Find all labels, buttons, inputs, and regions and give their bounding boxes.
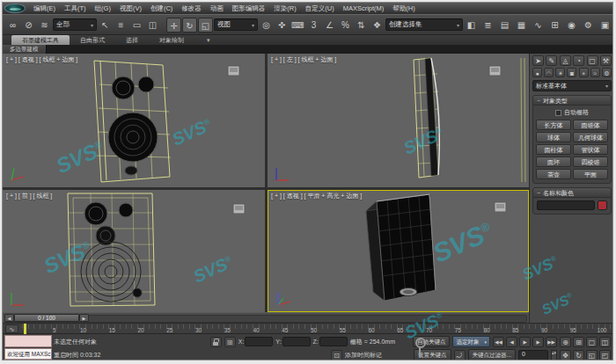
hierarchy-tab-icon[interactable]: ◬ (560, 55, 571, 66)
material-editor-icon[interactable]: ◉ (564, 18, 579, 33)
graphite-ribbon-toggle-icon[interactable]: ▦ (514, 18, 529, 33)
zoom-button[interactable]: ⊕ (560, 337, 571, 347)
zoom-extents-button[interactable]: ▢ (586, 337, 598, 347)
helpers-category-icon[interactable]: ⌖ (579, 68, 589, 77)
curve-editor-icon[interactable]: ∿ (531, 18, 546, 33)
name-color-rollout-header[interactable]: 名称和颜色 (533, 188, 611, 198)
select-and-link-icon[interactable]: ∞ (5, 18, 20, 33)
mini-listener-output-line[interactable]: 欢迎使用 MAXSc (4, 348, 52, 360)
menu-item-5[interactable]: 修改器 (177, 3, 206, 14)
snap-toggle-3d-icon[interactable]: 3 (306, 18, 321, 33)
edit-named-selection-sets-icon[interactable]: ❖ (370, 18, 385, 33)
previous-frame-button[interactable]: ◀ (506, 337, 517, 347)
ribbon-tab-selection[interactable]: 选择 (115, 35, 149, 45)
time-slider-next-arrow[interactable]: ▶ (79, 314, 89, 322)
select-object-icon[interactable]: ↖ (98, 18, 113, 33)
object-type-rollout-header[interactable]: 对象类型 (533, 96, 611, 106)
schematic-view-icon[interactable]: ⊞ (547, 18, 562, 33)
spinner-snap-icon[interactable]: ⇅ (354, 18, 369, 33)
geometry-category-dropdown[interactable]: 标准基本体 ▾ (532, 80, 612, 91)
menu-item-3[interactable]: 视图(V) (115, 3, 146, 14)
object-type-button-8[interactable]: 茶壶 (536, 169, 571, 179)
ribbon-tab-freeform[interactable]: 自由形式 (70, 35, 115, 45)
utilities-tab-icon[interactable]: ⚒ (600, 55, 612, 66)
pan-view-button[interactable]: ✥ (560, 350, 571, 360)
time-slider-handle[interactable]: 0 / 100 (14, 314, 79, 322)
unlink-selection-icon[interactable]: ⊘ (21, 18, 36, 33)
go-to-start-button[interactable]: ◀◀ (493, 337, 504, 347)
ribbon-tab-object-paint[interactable]: 对象绘制 (149, 35, 194, 45)
keyboard-shortcut-override-icon[interactable]: ⌨ (290, 18, 305, 33)
viewport-bottom-left[interactable]: [ + ] [ 前 ] [ 线框 ] (3, 190, 265, 312)
absolute-mode-icon[interactable]: ⊞ (224, 337, 236, 347)
viewport-bottom-right-active[interactable]: [ + ] [ 透视 ] [ 平滑 + 高光 + 边面 ] (268, 190, 529, 312)
percent-snap-icon[interactable]: % (338, 18, 353, 33)
maxscript-mini-listener[interactable]: 欢迎使用 MAXSc (4, 335, 52, 360)
use-pivot-point-center-icon[interactable]: ◎ (259, 18, 274, 33)
key-mode-dropdown[interactable]: 选定对象 ▾ (452, 336, 490, 347)
mini-curve-editor-button[interactable]: ∿ (5, 324, 18, 333)
polygon-modeling-panel-tab[interactable]: 多边形建模 (3, 45, 47, 54)
cameras-category-icon[interactable]: ◙ (567, 68, 576, 77)
lights-category-icon[interactable]: ☀ (555, 68, 565, 77)
shapes-category-icon[interactable]: ◠ (544, 68, 554, 77)
new-key-mode-icon[interactable]: ⤾ (454, 350, 466, 360)
ribbon-tab-graphite-modeling[interactable]: 石墨建模工具 (11, 35, 70, 45)
maximize-viewport-toggle-button[interactable]: ◰ (599, 350, 611, 360)
ribbon-minimize-icon[interactable]: ▾ (207, 35, 210, 45)
reference-coordinate-dropdown[interactable]: 视图 ▾ (214, 18, 258, 31)
window-crossing-icon[interactable]: ◫ (145, 18, 160, 33)
motion-tab-icon[interactable]: ◔ (573, 55, 584, 66)
object-type-button-0[interactable]: 长方体 (536, 120, 571, 130)
key-filters-button[interactable]: 关键点过滤器... (468, 349, 516, 360)
track-bar[interactable]: ∿ 51015202530354045505560657075808590951… (3, 323, 612, 334)
menu-item-7[interactable]: 图形编辑器 (228, 3, 270, 14)
menu-item-2[interactable]: 组(G) (91, 3, 115, 14)
set-key-toggle-icon[interactable] (413, 335, 426, 360)
zoom-region-button[interactable]: ◱ (586, 350, 598, 360)
render-setup-icon[interactable]: ⚙ (581, 18, 596, 33)
play-button[interactable]: ▶ (519, 337, 531, 347)
autogrid-checkbox[interactable] (555, 110, 561, 116)
create-tab-icon[interactable]: ➤ (532, 55, 544, 66)
bind-to-space-warp-icon[interactable]: ≋ (37, 18, 52, 33)
menu-item-0[interactable]: 编辑(E) (29, 3, 60, 14)
viewport-label[interactable]: [ + ] [ 左 ] [ 线框 + 边面 ] (271, 55, 336, 64)
x-coordinate-field[interactable] (245, 337, 273, 346)
geometry-category-icon[interactable]: ● (532, 68, 542, 77)
zoom-all-button[interactable]: ⊞ (573, 337, 584, 347)
object-name-input[interactable] (537, 200, 595, 210)
menu-item-8[interactable]: 渲染(R) (269, 3, 300, 14)
frame-spinner[interactable]: ▴▾ (551, 350, 557, 360)
selection-lock-icon[interactable] (210, 337, 222, 347)
object-type-button-4[interactable]: 圆柱体 (536, 144, 571, 155)
menu-item-4[interactable]: 创建(C) (146, 3, 177, 14)
zoom-extents-all-button[interactable]: ◫ (599, 337, 611, 347)
add-time-tag-label[interactable]: 添加时间标记 (345, 351, 382, 360)
object-type-button-3[interactable]: 几何球体 (573, 132, 608, 142)
select-and-manipulate-icon[interactable]: ✜ (275, 18, 290, 33)
viewport-label[interactable]: [ + ] [ 透视 ] [ 平滑 + 高光 + 边面 ] (271, 192, 362, 200)
object-type-button-9[interactable]: 平面 (573, 169, 608, 179)
menu-item-6[interactable]: 动画 (206, 3, 228, 14)
add-time-tag-icon[interactable]: ⊡ (331, 350, 342, 360)
align-icon[interactable]: ≣ (480, 18, 495, 33)
menu-item-1[interactable]: 工具(T) (60, 3, 91, 14)
menu-item-10[interactable]: MAXScript(M) (339, 3, 389, 14)
mini-listener-macro-line[interactable] (4, 335, 52, 347)
viewport-label[interactable]: [ + ] [ 前 ] [ 线框 ] (6, 192, 52, 200)
z-coordinate-field[interactable] (319, 337, 348, 346)
select-by-name-icon[interactable]: ≡ (114, 18, 128, 33)
angle-snap-icon[interactable]: ∠ (322, 18, 337, 33)
select-and-scale-icon[interactable]: ◱ (198, 18, 213, 33)
layer-manager-icon[interactable]: ▤ (497, 18, 512, 33)
menu-item-9[interactable]: 自定义(U) (301, 3, 339, 14)
object-type-button-7[interactable]: 四棱锥 (573, 157, 608, 167)
mirror-icon[interactable]: ◧ (464, 18, 479, 33)
named-selection-sets-dropdown[interactable]: 创建选择集 ▾ (385, 18, 463, 31)
rendered-frame-window-icon[interactable]: ▣ (598, 18, 612, 33)
selection-filter-dropdown[interactable]: 全部 ▾ (53, 18, 97, 31)
viewport-label[interactable]: [ + ] [ 透视 ] [ 线框 + 边面 ] (6, 55, 77, 64)
menu-item-11[interactable]: 帮助(H) (388, 3, 419, 14)
rectangular-selection-region-icon[interactable]: ▭ (129, 18, 144, 33)
